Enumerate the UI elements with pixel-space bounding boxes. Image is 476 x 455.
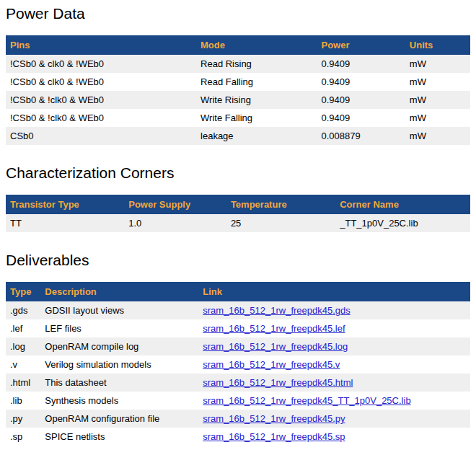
file-type-cell: .py (6, 410, 40, 428)
column-header-units: Units (405, 35, 470, 55)
power-cell: 0.008879 (317, 127, 405, 145)
description-cell: OpenRAM configuration file (40, 410, 198, 428)
deliverable-link-html[interactable]: sram_16b_512_1rw_freepdk45.html (203, 377, 353, 388)
section-title-power-data: Power Data (6, 6, 470, 22)
power-table-header: Pins Mode Power Units (6, 35, 470, 55)
mode-cell: Read Falling (196, 73, 317, 91)
deliverable-link-sp[interactable]: sram_16b_512_1rw_freepdk45.sp (203, 431, 345, 442)
description-cell: This datasheet (40, 374, 198, 392)
table-row: .log OpenRAM compile log sram_16b_512_1r… (6, 337, 470, 355)
column-header-type: Type (6, 282, 40, 301)
power-supply-cell: 1.0 (124, 214, 226, 232)
mode-cell: Write Falling (196, 109, 317, 127)
units-cell: mW (405, 73, 470, 91)
file-type-cell: .v (6, 355, 40, 374)
units-cell: mW (405, 109, 470, 127)
table-row: .html This datasheet sram_16b_512_1rw_fr… (6, 374, 470, 392)
description-cell: OpenRAM compile log (40, 337, 198, 355)
column-header-pins: Pins (6, 35, 196, 55)
units-cell: mW (405, 91, 470, 109)
deliverables-table-header: Type Description Link (6, 282, 470, 301)
mode-cell: Write Rising (196, 91, 317, 109)
column-header-mode: Mode (196, 35, 317, 55)
deliverable-link-lef[interactable]: sram_16b_512_1rw_freepdk45.lef (203, 323, 345, 334)
mode-cell: leakage (196, 127, 317, 145)
mode-cell: Read Rising (196, 55, 317, 73)
description-cell: LEF files (40, 319, 198, 337)
transistor-type-cell: TT (6, 214, 124, 232)
table-row: .sp SPICE netlists sram_16b_512_1rw_free… (6, 428, 470, 446)
pins-cell: !CSb0 & !clk0 & WEb0 (6, 109, 196, 127)
section-title-characterization-corners: Characterization Corners (6, 165, 470, 181)
power-cell: 0.9409 (317, 55, 405, 73)
units-cell: mW (405, 127, 470, 145)
section-title-deliverables: Deliverables (6, 252, 470, 268)
description-cell: Verilog simulation models (40, 355, 198, 374)
deliverable-link-gds[interactable]: sram_16b_512_1rw_freepdk45.gds (203, 305, 351, 316)
file-type-cell: .gds (6, 301, 40, 319)
datasheet-page: Power Data Pins Mode Power Units !CSb0 &… (6, 6, 470, 446)
link-cell: sram_16b_512_1rw_freepdk45.html (198, 374, 470, 392)
link-cell: sram_16b_512_1rw_freepdk45.v (198, 355, 470, 374)
deliverable-link-lib[interactable]: sram_16b_512_1rw_freepdk45_TT_1p0V_25C.l… (203, 395, 410, 406)
power-data-table: Pins Mode Power Units !CSb0 & clk0 & !WE… (6, 35, 470, 145)
table-row: CSb0 leakage 0.008879 mW (6, 127, 470, 145)
table-row: TT 1.0 25 _TT_1p0V_25C.lib (6, 214, 470, 232)
column-header-temperature: Temperature (226, 195, 335, 214)
deliverables-table: Type Description Link .gds GDSII layout … (6, 282, 470, 446)
description-cell: GDSII layout views (40, 301, 198, 319)
link-cell: sram_16b_512_1rw_freepdk45.log (198, 337, 470, 355)
table-row: .v Verilog simulation models sram_16b_51… (6, 355, 470, 374)
temperature-cell: 25 (226, 214, 335, 232)
pins-cell: !CSb0 & !clk0 & WEb0 (6, 91, 196, 109)
column-header-link: Link (198, 282, 470, 301)
column-header-transistor-type: Transistor Type (6, 195, 124, 214)
power-cell: 0.9409 (317, 91, 405, 109)
pins-cell: !CSb0 & clk0 & !WEb0 (6, 73, 196, 91)
link-cell: sram_16b_512_1rw_freepdk45.lef (198, 319, 470, 337)
deliverable-link-v[interactable]: sram_16b_512_1rw_freepdk45.v (203, 359, 340, 370)
deliverable-link-py[interactable]: sram_16b_512_1rw_freepdk45.py (203, 413, 345, 424)
power-cell: 0.9409 (317, 73, 405, 91)
table-row: .lef LEF files sram_16b_512_1rw_freepdk4… (6, 319, 470, 337)
table-row: !CSb0 & clk0 & !WEb0 Read Rising 0.9409 … (6, 55, 470, 73)
file-type-cell: .sp (6, 428, 40, 446)
column-header-corner-name: Corner Name (335, 195, 470, 214)
table-row: !CSb0 & !clk0 & WEb0 Write Rising 0.9409… (6, 91, 470, 109)
column-header-power: Power (317, 35, 405, 55)
table-row: !CSb0 & clk0 & !WEb0 Read Falling 0.9409… (6, 73, 470, 91)
table-row: .gds GDSII layout views sram_16b_512_1rw… (6, 301, 470, 319)
corners-table-header: Transistor Type Power Supply Temperature… (6, 195, 470, 214)
pins-cell: !CSb0 & clk0 & !WEb0 (6, 55, 196, 73)
column-header-power-supply: Power Supply (124, 195, 226, 214)
deliverable-link-log[interactable]: sram_16b_512_1rw_freepdk45.log (203, 341, 348, 352)
table-row: !CSb0 & !clk0 & WEb0 Write Falling 0.940… (6, 109, 470, 127)
pins-cell: CSb0 (6, 127, 196, 145)
characterization-corners-table: Transistor Type Power Supply Temperature… (6, 195, 470, 232)
link-cell: sram_16b_512_1rw_freepdk45.sp (198, 428, 470, 446)
file-type-cell: .lib (6, 392, 40, 410)
file-type-cell: .log (6, 337, 40, 355)
table-row: .lib Synthesis models sram_16b_512_1rw_f… (6, 392, 470, 410)
link-cell: sram_16b_512_1rw_freepdk45.py (198, 410, 470, 428)
link-cell: sram_16b_512_1rw_freepdk45.gds (198, 301, 470, 319)
column-header-description: Description (40, 282, 198, 301)
file-type-cell: .lef (6, 319, 40, 337)
file-type-cell: .html (6, 374, 40, 392)
units-cell: mW (405, 55, 470, 73)
description-cell: SPICE netlists (40, 428, 198, 446)
link-cell: sram_16b_512_1rw_freepdk45_TT_1p0V_25C.l… (198, 392, 470, 410)
corner-name-cell: _TT_1p0V_25C.lib (335, 214, 470, 232)
description-cell: Synthesis models (40, 392, 198, 410)
table-row: .py OpenRAM configuration file sram_16b_… (6, 410, 470, 428)
power-cell: 0.9409 (317, 109, 405, 127)
